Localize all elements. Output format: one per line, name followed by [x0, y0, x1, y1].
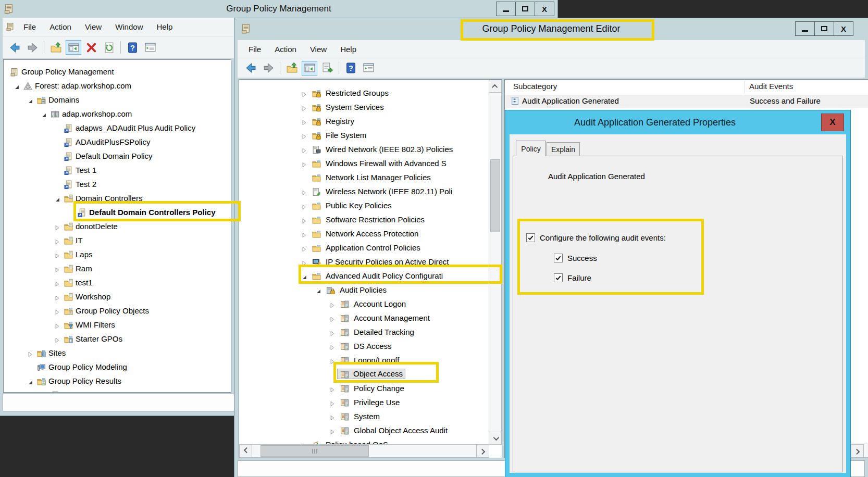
expand-closed-icon[interactable] [55, 280, 60, 287]
tree-item[interactable]: Policy Change [239, 382, 502, 396]
tree-item[interactable]: Laps [4, 248, 231, 262]
forward-button[interactable] [24, 40, 40, 55]
list-row[interactable]: Audit Application GeneratedSuccess and F… [505, 95, 868, 108]
tree-item[interactable]: Wired Network (IEEE 802.3) Policies [239, 143, 502, 157]
tree-item-label[interactable]: Global Object Access Audit [354, 426, 448, 435]
list-scroll-right-button[interactable] [851, 444, 864, 458]
menu-item-action[interactable]: Action [43, 22, 78, 31]
tree-item-label[interactable]: DS Access [354, 342, 392, 350]
expand-closed-icon[interactable] [330, 386, 336, 393]
tree-item-label[interactable]: Windows Firewall with Advanced S [326, 159, 447, 168]
tree-item-label[interactable]: Policy Change [354, 384, 404, 393]
expand-closed-icon[interactable] [330, 316, 336, 322]
tree-item-label[interactable]: adapws_ADAudit Plus Audit Policy [76, 123, 195, 132]
expand-closed-icon[interactable] [55, 336, 60, 343]
tree-item[interactable]: Forest: adap.workshop.com [4, 80, 231, 94]
expand-closed-icon[interactable] [302, 119, 307, 125]
menu-item-window[interactable]: Window [108, 22, 150, 31]
tree-item-label[interactable]: Test 1 [76, 166, 96, 174]
tree-item[interactable]: Test 1 [4, 164, 231, 178]
tab-policy[interactable]: Policy [516, 141, 546, 156]
tree-item[interactable]: adapws_ADAudit Plus Audit Policy [4, 122, 231, 136]
tree-item-label[interactable]: Starter GPOs [76, 334, 122, 343]
tree-item[interactable]: test1 [4, 277, 231, 291]
tree-item-label[interactable]: Wireless Network (IEEE 802.11) Poli [326, 187, 452, 196]
tree-item[interactable]: Group Policy Objects [4, 305, 231, 319]
expand-closed-icon[interactable] [330, 302, 336, 308]
horizontal-scroll-thumb[interactable] [261, 445, 369, 457]
console-tree-button[interactable] [302, 61, 317, 76]
vertical-scroll-thumb[interactable] [490, 159, 500, 232]
expand-open-icon[interactable] [28, 97, 33, 104]
window-list-button[interactable] [361, 61, 376, 76]
tree-item[interactable]: Workshop [4, 291, 231, 305]
help-button[interactable]: ? [343, 61, 358, 76]
tree-item-label[interactable]: Domains [48, 95, 79, 104]
tree-item-label[interactable]: Software Restriction Policies [326, 215, 425, 224]
tree-item[interactable]: Global Object Access Audit [239, 424, 502, 438]
tree-item-label[interactable]: Forest: adap.workshop.com [35, 81, 131, 90]
subcategory-cell[interactable]: Audit Application Generated [522, 96, 619, 105]
close-button[interactable]: X [535, 2, 554, 16]
expand-closed-icon[interactable] [302, 161, 307, 168]
tree-item-label[interactable]: Workshop [76, 292, 110, 301]
maximize-button[interactable] [515, 2, 535, 16]
menu-item-view[interactable]: View [78, 22, 108, 31]
column-divider[interactable] [745, 81, 745, 93]
menu-item-help[interactable]: Help [150, 22, 179, 31]
tree-item-label[interactable]: IT [76, 236, 82, 245]
tree-item[interactable]: IT [4, 234, 231, 248]
menu-item-file[interactable]: File [17, 22, 43, 31]
menu-item-action[interactable]: Action [268, 45, 303, 54]
expand-closed-icon[interactable] [330, 330, 336, 336]
expand-open-icon[interactable] [316, 287, 321, 294]
tree-item[interactable]: Domains [4, 94, 231, 108]
tree-item[interactable]: Group Policy Modeling [4, 361, 231, 375]
expand-closed-icon[interactable] [55, 238, 60, 245]
tree-item[interactable]: Default Domain Policy [4, 150, 231, 164]
expand-open-icon[interactable] [14, 83, 20, 90]
export-list-button[interactable] [319, 61, 335, 76]
scroll-right-button[interactable] [476, 444, 489, 458]
tree-item-label[interactable]: Group Policy Modeling [48, 362, 127, 371]
tree-item[interactable]: Account Logon [239, 298, 502, 312]
tree-item-label[interactable]: Default Domain Policy [76, 152, 153, 160]
menu-item-file[interactable]: File [242, 45, 268, 54]
tree-item[interactable]: donotDelete [4, 220, 231, 234]
tree-item-label[interactable]: Audit Policies [340, 285, 387, 294]
back-button[interactable] [7, 40, 22, 55]
expand-closed-icon[interactable] [302, 217, 307, 224]
menu-item-help[interactable]: Help [333, 45, 363, 54]
expand-closed-icon[interactable] [330, 344, 336, 350]
tree-item[interactable]: Starter GPOs [4, 333, 231, 347]
expand-open-icon[interactable] [41, 111, 47, 118]
tree-item-label[interactable]: Account Management [354, 313, 430, 322]
expand-closed-icon[interactable] [302, 147, 307, 154]
minimize-button[interactable] [496, 2, 516, 16]
audit-events-cell[interactable]: Success and Failure [750, 96, 821, 105]
tree-item-label[interactable]: Registry [326, 117, 354, 125]
delete-button[interactable] [83, 40, 99, 55]
tree-item[interactable] [4, 389, 231, 393]
scroll-down-button[interactable] [489, 432, 502, 445]
expand-closed-icon[interactable] [302, 133, 307, 140]
expand-closed-icon[interactable] [55, 308, 60, 315]
gpm-titlebar[interactable]: Group Policy Management X [0, 0, 557, 18]
scroll-up-button[interactable] [489, 80, 502, 93]
minimize-button[interactable] [795, 21, 815, 36]
tree-item-label[interactable]: donotDelete [76, 222, 118, 231]
expand-closed-icon[interactable] [55, 294, 60, 301]
tree-item-label[interactable]: Sites [48, 348, 66, 357]
tree-item-label[interactable]: Wired Network (IEEE 802.3) Policies [326, 145, 453, 154]
tree-item-label[interactable]: Privilege Use [354, 398, 400, 407]
tree-item[interactable]: Ram [4, 262, 231, 277]
tree-item-label[interactable]: Detailed Tracking [354, 328, 414, 336]
expand-open-icon[interactable] [55, 196, 60, 203]
tree-item-label[interactable]: Network Access Protection [326, 229, 418, 238]
tree-item-label[interactable]: Application Control Policies [326, 243, 420, 252]
up-folder-button[interactable] [48, 40, 64, 55]
tree-item[interactable]: Account Management [239, 312, 502, 326]
column-header-subcategory[interactable]: Subcategory [513, 82, 557, 91]
tree-item[interactable]: Privilege Use [239, 396, 502, 410]
tree-item-label[interactable]: Test 2 [76, 180, 96, 189]
